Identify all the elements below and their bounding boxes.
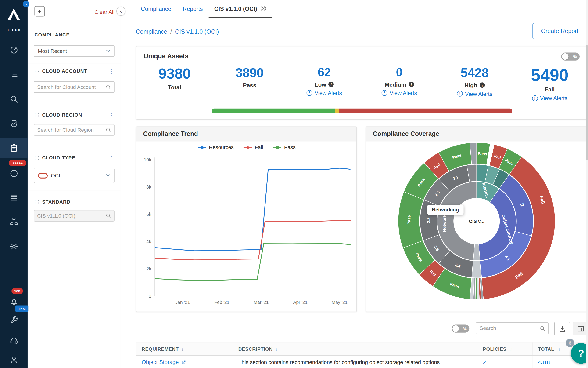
legend-label: Fail bbox=[255, 145, 263, 150]
divider bbox=[27, 103, 121, 103]
sidebar-item-profile[interactable] bbox=[0, 355, 27, 364]
headset-icon bbox=[9, 336, 18, 345]
sort-icon[interactable] bbox=[181, 347, 185, 351]
sidebar-item-notifications[interactable] bbox=[0, 297, 27, 306]
stat-value: 5428 bbox=[457, 66, 492, 80]
view-alerts-link[interactable]: View Alerts bbox=[382, 90, 417, 96]
drag-handle-icon[interactable]: ⋮⋮ bbox=[33, 200, 40, 204]
sidebar-item-security[interactable] bbox=[0, 119, 27, 128]
info-icon[interactable] bbox=[480, 82, 485, 88]
view-alerts-link[interactable]: View Alerts bbox=[457, 91, 492, 97]
column-header-description[interactable]: DESCRIPTION bbox=[233, 342, 477, 355]
breadcrumb-separator: / bbox=[170, 28, 172, 35]
requirement-label: Object Storage bbox=[142, 359, 179, 365]
svg-text:Jan '21: Jan '21 bbox=[175, 300, 190, 305]
divider bbox=[27, 64, 121, 64]
stat-high: 5428 High View Alerts bbox=[457, 66, 492, 97]
sidebar-item-network[interactable] bbox=[0, 217, 27, 226]
cloud-type-select[interactable]: OCI bbox=[34, 168, 114, 183]
filter-panel: + Clear All COMPLIANCE Most Recent ⋮⋮ CL… bbox=[27, 0, 121, 368]
tab-reports[interactable]: Reports bbox=[177, 0, 209, 18]
kebab-menu-icon[interactable]: ⋮ bbox=[107, 112, 115, 118]
sidebar-item-compliance[interactable] bbox=[0, 138, 27, 158]
total-count-link[interactable]: 4318 bbox=[538, 359, 550, 365]
sidebar-item-alerts[interactable] bbox=[0, 169, 27, 178]
table-header-row: REQUIREMENT DESCRIPTION POLICIES TOTAL bbox=[136, 342, 587, 356]
alert-icon bbox=[532, 95, 538, 101]
cloud-region-search-input[interactable] bbox=[34, 127, 106, 133]
legend-resources[interactable]: Resources bbox=[198, 145, 234, 150]
clear-all-filters[interactable]: Clear All bbox=[94, 9, 114, 15]
notifications-count-badge: 108 bbox=[11, 288, 23, 294]
column-menu-icon[interactable] bbox=[470, 346, 474, 352]
trial-badge[interactable]: Trial bbox=[15, 305, 28, 312]
column-label: DESCRIPTION bbox=[238, 346, 273, 352]
wrench-icon bbox=[9, 315, 18, 324]
sort-icon[interactable] bbox=[509, 347, 512, 351]
kebab-menu-icon[interactable]: ⋮ bbox=[107, 155, 115, 161]
standard-search bbox=[34, 210, 114, 221]
column-menu-icon[interactable] bbox=[525, 346, 529, 352]
filter-group-standard: ⋮⋮ STANDARD bbox=[33, 199, 115, 205]
sort-icon[interactable] bbox=[275, 347, 279, 351]
tab-compliance[interactable]: Compliance bbox=[135, 0, 177, 18]
drag-handle-icon[interactable]: ⋮⋮ bbox=[33, 112, 40, 118]
svg-text:Feb '21: Feb '21 bbox=[214, 300, 229, 305]
logo-text: CLOUD bbox=[0, 28, 27, 32]
svg-text:4k: 4k bbox=[146, 239, 151, 244]
notification-dot[interactable] bbox=[23, 1, 29, 7]
legend-pass[interactable]: Pass bbox=[273, 145, 296, 150]
breadcrumb-parent[interactable]: Compliance bbox=[136, 28, 167, 35]
unique-assets-title: Unique Assets bbox=[143, 52, 188, 60]
drag-handle-icon[interactable]: ⋮⋮ bbox=[33, 155, 40, 160]
sidebar-item-inventory[interactable] bbox=[0, 70, 27, 79]
sort-icon[interactable] bbox=[557, 347, 560, 351]
app-logo[interactable] bbox=[0, 8, 27, 21]
coverage-sunburst-chart[interactable]: CIS v...PassFailPassPassPassFailPassPass… bbox=[392, 137, 561, 305]
trend-line-chart: 02k4k6k8k10kJan '21Feb '21Mar '21Apr '21… bbox=[137, 154, 356, 308]
column-header-policies[interactable]: POLICIES bbox=[477, 342, 533, 355]
download-button[interactable] bbox=[554, 322, 570, 335]
view-alerts-label: View Alerts bbox=[465, 91, 492, 97]
shield-icon bbox=[9, 119, 18, 128]
requirement-link[interactable]: Object Storage bbox=[142, 359, 186, 365]
legend-fail[interactable]: Fail bbox=[244, 145, 263, 150]
column-header-requirement[interactable]: REQUIREMENT bbox=[136, 342, 233, 355]
sidebar-item-containers[interactable] bbox=[0, 193, 27, 202]
table-percent-toggle[interactable]: % bbox=[452, 324, 469, 332]
sidebar-item-tools[interactable] bbox=[0, 315, 27, 324]
add-filter-button[interactable]: + bbox=[34, 6, 45, 16]
scrollbar-thumb[interactable] bbox=[586, 45, 588, 160]
create-report-button[interactable]: Create Report bbox=[532, 23, 587, 39]
sidebar-item-support[interactable] bbox=[0, 336, 27, 345]
column-menu-icon[interactable] bbox=[226, 346, 229, 352]
list-icon bbox=[9, 70, 18, 79]
cloud-account-search-input[interactable] bbox=[34, 84, 106, 90]
legend-label: Pass bbox=[284, 145, 296, 150]
collapse-panel-button[interactable]: ‹ bbox=[116, 7, 125, 16]
svg-text:May '21: May '21 bbox=[332, 300, 348, 305]
percent-toggle[interactable]: % bbox=[561, 52, 579, 60]
filter-group-cloud-region: ⋮⋮ CLOUD REGION ⋮ bbox=[33, 112, 115, 118]
search-icon bbox=[540, 325, 545, 331]
sidebar-item-settings[interactable] bbox=[0, 242, 27, 251]
table-search-input[interactable] bbox=[476, 325, 540, 331]
sidebar-item-search[interactable] bbox=[0, 95, 27, 104]
sidebar-item-dashboard[interactable] bbox=[0, 46, 27, 55]
info-icon[interactable] bbox=[328, 82, 334, 87]
search-icon bbox=[106, 84, 111, 90]
view-alerts-link[interactable]: View Alerts bbox=[307, 90, 342, 96]
info-icon[interactable] bbox=[409, 82, 414, 87]
close-tab-icon[interactable] bbox=[261, 5, 267, 11]
oracle-logo-icon bbox=[38, 173, 48, 178]
policies-count-link[interactable]: 2 bbox=[483, 359, 486, 365]
kebab-menu-icon[interactable]: ⋮ bbox=[107, 68, 115, 74]
main-content: ‹ Compliance Reports CIS v1.1.0 (OCI) Co… bbox=[121, 0, 588, 368]
sort-dropdown[interactable]: Most Recent bbox=[34, 45, 114, 57]
tab-cis-v110-oci[interactable]: CIS v1.1.0 (OCI) bbox=[209, 0, 272, 18]
alert-icon bbox=[382, 90, 387, 96]
svg-text:Mar '21: Mar '21 bbox=[254, 300, 269, 305]
standard-search-input[interactable] bbox=[34, 213, 106, 219]
view-alerts-link[interactable]: View Alerts bbox=[531, 95, 568, 101]
drag-handle-icon[interactable]: ⋮⋮ bbox=[33, 69, 40, 74]
